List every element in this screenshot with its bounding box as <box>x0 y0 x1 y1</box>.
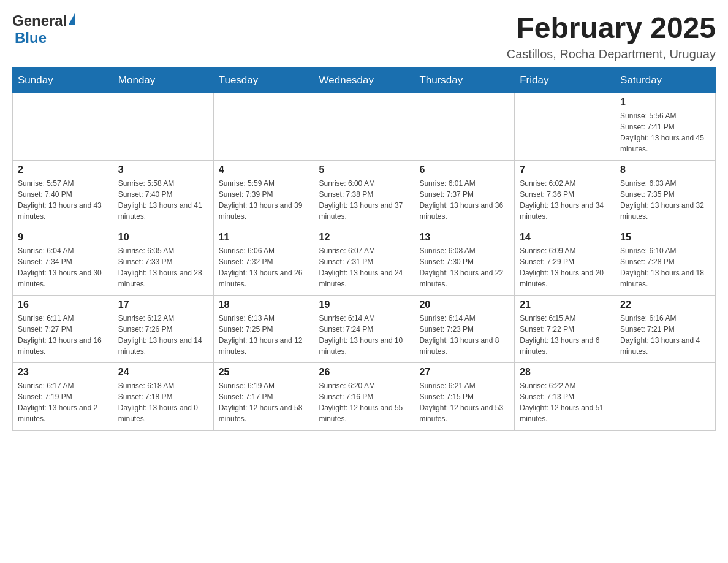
month-title: February 2025 <box>507 12 716 45</box>
calendar-cell <box>515 93 615 160</box>
calendar-cell: 18Sunrise: 6:13 AMSunset: 7:25 PMDayligh… <box>213 295 314 362</box>
day-number: 3 <box>118 164 208 175</box>
day-info: Sunrise: 6:07 AMSunset: 7:31 PMDaylight:… <box>319 245 409 289</box>
day-info: Sunrise: 5:58 AMSunset: 7:40 PMDaylight:… <box>118 178 208 222</box>
calendar-cell: 6Sunrise: 6:01 AMSunset: 7:37 PMDaylight… <box>414 160 515 228</box>
day-number: 2 <box>18 164 108 175</box>
day-info: Sunrise: 6:06 AMSunset: 7:32 PMDaylight:… <box>219 245 309 289</box>
calendar-cell: 25Sunrise: 6:19 AMSunset: 7:17 PMDayligh… <box>213 362 314 430</box>
day-number: 4 <box>219 164 309 175</box>
day-number: 14 <box>520 232 610 243</box>
calendar-cell: 27Sunrise: 6:21 AMSunset: 7:15 PMDayligh… <box>414 362 515 430</box>
calendar-week-row-1: 1Sunrise: 5:56 AMSunset: 7:41 PMDaylight… <box>13 93 716 160</box>
day-number: 12 <box>319 232 409 243</box>
day-info: Sunrise: 5:57 AMSunset: 7:40 PMDaylight:… <box>18 178 108 222</box>
calendar-day-header-sunday: Sunday <box>13 67 113 93</box>
day-info: Sunrise: 6:19 AMSunset: 7:17 PMDaylight:… <box>219 380 309 424</box>
day-info: Sunrise: 6:00 AMSunset: 7:38 PMDaylight:… <box>319 178 409 222</box>
calendar-cell <box>414 93 515 160</box>
day-info: Sunrise: 6:11 AMSunset: 7:27 PMDaylight:… <box>18 313 108 357</box>
calendar-cell: 24Sunrise: 6:18 AMSunset: 7:18 PMDayligh… <box>113 362 213 430</box>
calendar-cell: 10Sunrise: 6:05 AMSunset: 7:33 PMDayligh… <box>113 228 213 295</box>
calendar-cell: 9Sunrise: 6:04 AMSunset: 7:34 PMDaylight… <box>13 228 113 295</box>
calendar-cell <box>13 93 113 160</box>
calendar-cell <box>615 362 716 430</box>
day-number: 17 <box>118 299 208 310</box>
calendar-cell: 22Sunrise: 6:16 AMSunset: 7:21 PMDayligh… <box>615 295 716 362</box>
calendar-cell <box>213 93 314 160</box>
logo: General Blue <box>12 12 75 47</box>
calendar-cell: 7Sunrise: 6:02 AMSunset: 7:36 PMDaylight… <box>515 160 615 228</box>
day-number: 10 <box>118 232 208 243</box>
calendar-cell: 15Sunrise: 6:10 AMSunset: 7:28 PMDayligh… <box>615 228 716 295</box>
calendar-cell: 14Sunrise: 6:09 AMSunset: 7:29 PMDayligh… <box>515 228 615 295</box>
calendar-cell: 13Sunrise: 6:08 AMSunset: 7:30 PMDayligh… <box>414 228 515 295</box>
day-number: 27 <box>419 367 509 378</box>
day-info: Sunrise: 6:21 AMSunset: 7:15 PMDaylight:… <box>419 380 509 424</box>
day-info: Sunrise: 6:15 AMSunset: 7:22 PMDaylight:… <box>520 313 610 357</box>
day-number: 21 <box>520 299 610 310</box>
calendar-header-row: SundayMondayTuesdayWednesdayThursdayFrid… <box>13 67 716 93</box>
day-info: Sunrise: 6:10 AMSunset: 7:28 PMDaylight:… <box>620 245 710 289</box>
day-number: 5 <box>319 164 409 175</box>
calendar-week-row-5: 23Sunrise: 6:17 AMSunset: 7:19 PMDayligh… <box>13 362 716 430</box>
calendar-cell: 3Sunrise: 5:58 AMSunset: 7:40 PMDaylight… <box>113 160 213 228</box>
day-number: 1 <box>620 97 710 108</box>
calendar-week-row-4: 16Sunrise: 6:11 AMSunset: 7:27 PMDayligh… <box>13 295 716 362</box>
calendar-cell: 21Sunrise: 6:15 AMSunset: 7:22 PMDayligh… <box>515 295 615 362</box>
day-number: 11 <box>219 232 309 243</box>
calendar-day-header-monday: Monday <box>113 67 213 93</box>
calendar-day-header-friday: Friday <box>515 67 615 93</box>
day-info: Sunrise: 6:03 AMSunset: 7:35 PMDaylight:… <box>620 178 710 222</box>
day-info: Sunrise: 6:14 AMSunset: 7:23 PMDaylight:… <box>419 313 509 357</box>
calendar-cell: 20Sunrise: 6:14 AMSunset: 7:23 PMDayligh… <box>414 295 515 362</box>
day-number: 22 <box>620 299 710 310</box>
day-info: Sunrise: 6:13 AMSunset: 7:25 PMDaylight:… <box>219 313 309 357</box>
calendar-week-row-2: 2Sunrise: 5:57 AMSunset: 7:40 PMDaylight… <box>13 160 716 228</box>
calendar-week-row-3: 9Sunrise: 6:04 AMSunset: 7:34 PMDaylight… <box>13 228 716 295</box>
calendar-cell: 5Sunrise: 6:00 AMSunset: 7:38 PMDaylight… <box>314 160 414 228</box>
day-info: Sunrise: 6:14 AMSunset: 7:24 PMDaylight:… <box>319 313 409 357</box>
day-info: Sunrise: 6:01 AMSunset: 7:37 PMDaylight:… <box>419 178 509 222</box>
day-info: Sunrise: 6:18 AMSunset: 7:18 PMDaylight:… <box>118 380 208 424</box>
day-number: 26 <box>319 367 409 378</box>
day-number: 18 <box>219 299 309 310</box>
day-info: Sunrise: 5:59 AMSunset: 7:39 PMDaylight:… <box>219 178 309 222</box>
calendar-table: SundayMondayTuesdayWednesdayThursdayFrid… <box>12 67 716 431</box>
day-info: Sunrise: 6:02 AMSunset: 7:36 PMDaylight:… <box>520 178 610 222</box>
day-number: 9 <box>18 232 108 243</box>
calendar-cell: 12Sunrise: 6:07 AMSunset: 7:31 PMDayligh… <box>314 228 414 295</box>
day-number: 24 <box>118 367 208 378</box>
day-number: 7 <box>520 164 610 175</box>
calendar-cell: 8Sunrise: 6:03 AMSunset: 7:35 PMDaylight… <box>615 160 716 228</box>
day-number: 6 <box>419 164 509 175</box>
day-info: Sunrise: 6:12 AMSunset: 7:26 PMDaylight:… <box>118 313 208 357</box>
calendar-day-header-tuesday: Tuesday <box>213 67 314 93</box>
calendar-cell: 11Sunrise: 6:06 AMSunset: 7:32 PMDayligh… <box>213 228 314 295</box>
page-header: General Blue February 2025 Castillos, Ro… <box>12 12 716 61</box>
calendar-cell: 4Sunrise: 5:59 AMSunset: 7:39 PMDaylight… <box>213 160 314 228</box>
day-number: 16 <box>18 299 108 310</box>
day-info: Sunrise: 6:16 AMSunset: 7:21 PMDaylight:… <box>620 313 710 357</box>
logo-triangle-icon <box>69 12 75 25</box>
calendar-day-header-saturday: Saturday <box>615 67 716 93</box>
day-info: Sunrise: 6:22 AMSunset: 7:13 PMDaylight:… <box>520 380 610 424</box>
day-number: 13 <box>419 232 509 243</box>
calendar-cell: 23Sunrise: 6:17 AMSunset: 7:19 PMDayligh… <box>13 362 113 430</box>
logo-general-text: General <box>12 12 67 29</box>
day-number: 28 <box>520 367 610 378</box>
calendar-cell: 19Sunrise: 6:14 AMSunset: 7:24 PMDayligh… <box>314 295 414 362</box>
day-info: Sunrise: 6:20 AMSunset: 7:16 PMDaylight:… <box>319 380 409 424</box>
calendar-day-header-wednesday: Wednesday <box>314 67 414 93</box>
title-section: February 2025 Castillos, Rocha Departmen… <box>507 12 716 61</box>
calendar-cell: 26Sunrise: 6:20 AMSunset: 7:16 PMDayligh… <box>314 362 414 430</box>
day-info: Sunrise: 6:09 AMSunset: 7:29 PMDaylight:… <box>520 245 610 289</box>
day-info: Sunrise: 6:05 AMSunset: 7:33 PMDaylight:… <box>118 245 208 289</box>
day-number: 20 <box>419 299 509 310</box>
day-number: 19 <box>319 299 409 310</box>
day-number: 23 <box>18 367 108 378</box>
calendar-cell <box>113 93 213 160</box>
calendar-cell: 2Sunrise: 5:57 AMSunset: 7:40 PMDaylight… <box>13 160 113 228</box>
calendar-cell: 1Sunrise: 5:56 AMSunset: 7:41 PMDaylight… <box>615 93 716 160</box>
location-subtitle: Castillos, Rocha Department, Uruguay <box>507 47 716 61</box>
